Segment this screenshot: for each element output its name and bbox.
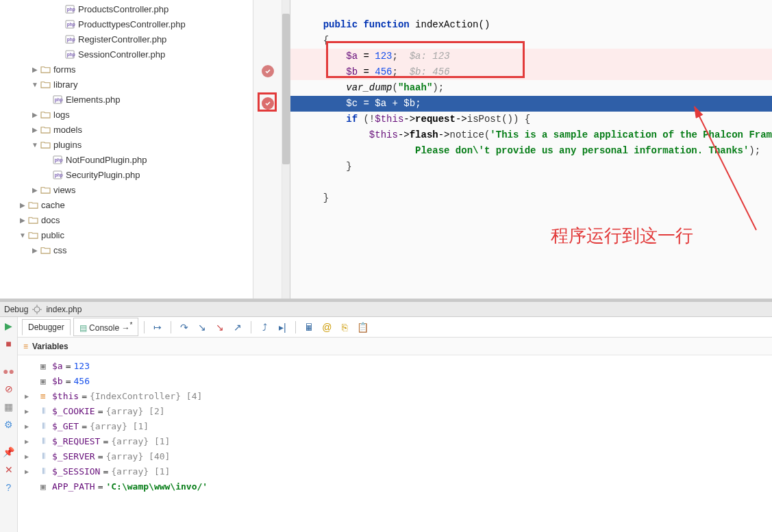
code-line[interactable]: { bbox=[290, 33, 772, 49]
tree-folder[interactable]: ▶views bbox=[0, 182, 253, 197]
code-editor[interactable]: 程序运行到这一行 public function indexAction() {… bbox=[290, 0, 772, 299]
variable-type-icon: ▣ bbox=[37, 376, 49, 386]
code-line[interactable]: if (!$this->request->isPost()) { bbox=[290, 112, 772, 127]
variable-row[interactable]: ▶⦀$_REQUEST = {array} [1] bbox=[18, 433, 772, 448]
tree-file[interactable]: phpRegisterController.php bbox=[0, 31, 253, 47]
chevron-icon[interactable]: ▼ bbox=[18, 231, 27, 239]
variable-row[interactable]: ▶⦀$_COOKIE = {array} [2] bbox=[18, 403, 772, 418]
chevron-icon[interactable]: ▶ bbox=[30, 186, 40, 194]
code-line[interactable]: Please don\'t provide us any personal in… bbox=[290, 143, 772, 159]
help-icon[interactable]: ? bbox=[3, 481, 15, 494]
resume-icon[interactable]: ▶ bbox=[3, 320, 15, 332]
variable-row[interactable]: ▶⦀$_SERVER = {array} [40] bbox=[18, 448, 772, 464]
tree-label: RegisterController.php bbox=[78, 34, 166, 45]
code-line[interactable]: $a = 123; $a: 123 bbox=[290, 49, 772, 64]
tree-file[interactable]: phpSessionController.php bbox=[0, 47, 253, 62]
chevron-icon[interactable]: ▼ bbox=[30, 81, 40, 88]
code-line[interactable] bbox=[290, 175, 772, 190]
variable-row[interactable]: ▣APP_PATH = 'C:\wamp\www\invo/' bbox=[18, 479, 772, 494]
variable-name: $_REQUEST bbox=[52, 436, 100, 446]
folder-icon bbox=[27, 230, 38, 240]
svg-point-15 bbox=[34, 307, 40, 312]
step-into-icon[interactable]: ↘ bbox=[195, 320, 210, 335]
project-tree[interactable]: phpProductsController.phpphpProducttypes… bbox=[0, 0, 253, 299]
editor-scrollbar[interactable] bbox=[282, 0, 290, 299]
svg-text:php: php bbox=[66, 37, 75, 42]
evaluate-icon[interactable]: 🖩 bbox=[301, 320, 316, 335]
tree-folder[interactable]: ▼public bbox=[0, 227, 253, 242]
tab-console[interactable]: ▤ Console →* bbox=[73, 318, 139, 336]
chevron-icon[interactable]: ▶ bbox=[30, 126, 40, 134]
watch-icon[interactable]: @ bbox=[319, 320, 334, 335]
tree-folder[interactable]: ▶forms bbox=[0, 62, 253, 77]
layout-icon[interactable]: ▦ bbox=[3, 401, 15, 413]
settings-icon[interactable]: ⚙ bbox=[3, 418, 15, 431]
mute-breakpoints-icon[interactable]: ⊘ bbox=[3, 383, 15, 395]
variable-row[interactable]: ▶⦀$_GET = {array} [1] bbox=[18, 418, 772, 433]
debug-header: Debug index.php bbox=[0, 302, 772, 317]
php-file-icon: php bbox=[52, 155, 63, 164]
tree-file[interactable]: phpProductsController.php bbox=[0, 1, 253, 16]
show-execution-point-icon[interactable]: ↦ bbox=[150, 320, 165, 335]
bug-icon bbox=[32, 305, 42, 314]
more-icon[interactable]: 📋 bbox=[355, 320, 370, 335]
pin-icon[interactable]: 📌 bbox=[3, 446, 15, 458]
chevron-icon[interactable]: ▶ bbox=[25, 453, 34, 460]
code-line[interactable]: $this->flash->notice('This is a sample a… bbox=[290, 127, 772, 143]
chevron-icon[interactable]: ▶ bbox=[25, 438, 34, 445]
code-line[interactable]: $b = 456; $b: 456 bbox=[290, 64, 772, 80]
variables-list[interactable]: ▣$a = 123▣$b = 456▶≡$this = {IndexContro… bbox=[18, 355, 772, 532]
chevron-icon[interactable]: ▶ bbox=[25, 392, 34, 400]
php-file-icon: php bbox=[52, 170, 63, 179]
variable-row[interactable]: ▣$b = 456 bbox=[18, 373, 772, 388]
chevron-icon[interactable]: ▶ bbox=[25, 422, 34, 430]
force-step-into-icon[interactable]: ↘ bbox=[212, 320, 227, 335]
toggle-icon[interactable]: ⎘ bbox=[337, 320, 352, 335]
debug-side-toolbar[interactable]: ▶ ■ ●● ⊘ ▦ ⚙ 📌 ✕ ? bbox=[0, 317, 18, 532]
code-line[interactable]: } bbox=[290, 190, 772, 206]
chevron-icon[interactable]: ▶ bbox=[25, 407, 34, 415]
chevron-icon[interactable]: ▶ bbox=[30, 66, 40, 73]
tree-file[interactable]: phpElements.php bbox=[0, 92, 253, 107]
chevron-icon[interactable]: ▶ bbox=[30, 246, 40, 254]
gutter[interactable] bbox=[253, 0, 282, 299]
tab-debugger[interactable]: Debugger bbox=[22, 319, 71, 335]
code-line[interactable]: public function indexAction() bbox=[290, 17, 772, 33]
view-breakpoints-icon[interactable]: ●● bbox=[3, 365, 15, 377]
tree-folder[interactable]: ▶css bbox=[0, 242, 253, 257]
code-line[interactable]: } bbox=[290, 159, 772, 175]
breakpoint-icon[interactable] bbox=[262, 65, 274, 77]
chevron-icon[interactable]: ▶ bbox=[30, 111, 40, 118]
variable-row[interactable]: ▣$a = 123 bbox=[18, 358, 772, 373]
stop-icon[interactable]: ■ bbox=[3, 338, 15, 350]
tree-file[interactable]: phpSecurityPlugin.php bbox=[0, 167, 253, 182]
chevron-icon[interactable]: ▶ bbox=[25, 468, 34, 475]
tree-label: cache bbox=[41, 200, 65, 210]
code-line[interactable] bbox=[290, 1, 772, 17]
tree-file[interactable]: phpNotFoundPlugin.php bbox=[0, 152, 253, 167]
chevron-icon[interactable]: ▼ bbox=[30, 141, 40, 149]
code-line[interactable]: var_dump("haah"); bbox=[290, 80, 772, 96]
tree-folder[interactable]: ▼library bbox=[0, 77, 253, 92]
php-file-icon: php bbox=[52, 94, 63, 104]
tree-file[interactable]: phpProducttypesController.php bbox=[0, 16, 253, 31]
tree-folder[interactable]: ▶docs bbox=[0, 212, 253, 227]
tree-folder[interactable]: ▼plugins bbox=[0, 137, 253, 152]
editor-area: 程序运行到这一行 public function indexAction() {… bbox=[253, 0, 772, 299]
code-line[interactable]: $c = $a + $b; bbox=[290, 96, 772, 112]
debug-toolbar[interactable]: Debugger ▤ Console →* ↦ ↷ ↘ ↘ ↗ ⤴ ▸| 🖩 @… bbox=[18, 317, 772, 338]
variable-row[interactable]: ▶⦀$_SESSION = {array} [1] bbox=[18, 464, 772, 479]
drop-frame-icon[interactable]: ⤴ bbox=[257, 320, 272, 335]
php-file-icon: php bbox=[64, 4, 75, 14]
run-to-cursor-icon[interactable]: ▸| bbox=[275, 320, 290, 335]
chevron-icon[interactable]: ▶ bbox=[18, 201, 27, 209]
tree-label: ProductsController.php bbox=[78, 4, 169, 14]
step-out-icon[interactable]: ↗ bbox=[230, 320, 245, 335]
close-icon[interactable]: ✕ bbox=[3, 464, 15, 476]
chevron-icon[interactable]: ▶ bbox=[18, 216, 27, 224]
variable-row[interactable]: ▶≡$this = {IndexController} [4] bbox=[18, 388, 772, 403]
tree-folder[interactable]: ▶cache bbox=[0, 197, 253, 212]
step-over-icon[interactable]: ↷ bbox=[177, 320, 192, 335]
tree-folder[interactable]: ▶logs bbox=[0, 107, 253, 122]
tree-folder[interactable]: ▶models bbox=[0, 122, 253, 137]
